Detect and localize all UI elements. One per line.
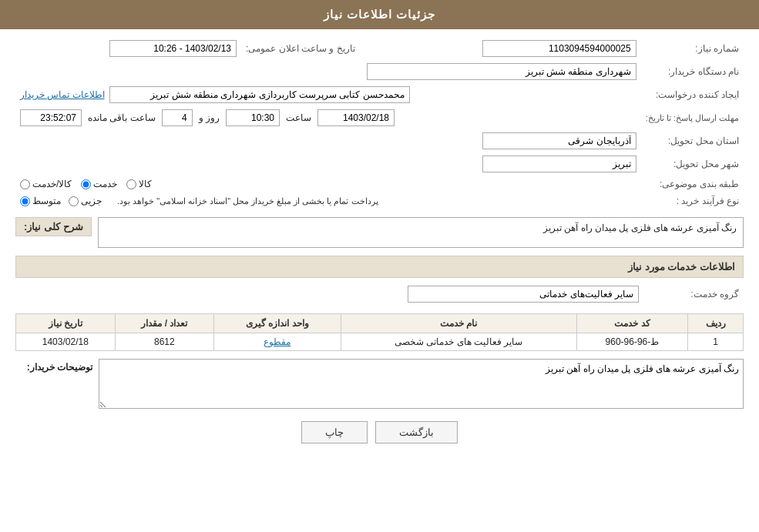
col-code: کد خدمت (576, 314, 688, 333)
back-button[interactable]: بازگشت (375, 421, 458, 443)
buyer-org-input[interactable] (367, 63, 636, 80)
page-title: جزئیات اطلاعات نیاز (324, 8, 435, 21)
purchase-type-option-motawaset: متوسط (20, 196, 61, 206)
category-cell: کالا/خدمت خدمت کالا (15, 176, 641, 192)
announcement-date-label: تاریخ و ساعت اعلان عمومی: (241, 37, 371, 60)
description-box: رنگ آمیزی عرشه های فلزی پل میدان راه آهن… (98, 217, 744, 248)
service-group-input[interactable] (408, 286, 639, 303)
purchase-type-note: پرداخت تمام یا بخشی از مبلغ خریداز محل "… (117, 196, 378, 206)
service-group-table: گروه خدمت: (15, 283, 744, 306)
purchase-type-label: نوع فرآیند خرید : (641, 192, 744, 209)
category-label-kala: کالا (139, 179, 152, 189)
delivery-city-label: شهر محل تحویل: (641, 152, 744, 176)
category-label-khedmat: خدمت (93, 179, 117, 189)
category-option-kala-khedmat: کالا/خدمت (20, 179, 72, 189)
buyer-desc-textarea[interactable] (99, 359, 744, 409)
category-option-khedmat: خدمت (81, 179, 117, 189)
page-wrapper: جزئیات اطلاعات نیاز شماره نیاز: تاریخ و … (0, 0, 759, 532)
delivery-province-input[interactable] (482, 132, 636, 149)
service-group-cell (15, 283, 643, 306)
cell-row-num: 1 (688, 333, 744, 351)
cell-name: سایر فعالیت های خدماتی شخصی (341, 333, 576, 351)
col-name: نام خدمت (341, 314, 576, 333)
reply-time-label: ساعت (286, 112, 311, 123)
purchase-type-radio-motawaset[interactable] (20, 196, 30, 206)
buyer-org-cell (15, 60, 641, 83)
need-number-label: شماره نیاز: (641, 37, 744, 60)
buttons-row: بازگشت چاپ (15, 421, 744, 443)
description-value: رنگ آمیزی عرشه های فلزی پل میدان راه آهن… (543, 223, 737, 233)
reply-time-input[interactable] (226, 109, 280, 126)
cell-code: ط-96-96-960 (576, 333, 688, 351)
need-number-input[interactable] (482, 40, 636, 57)
form-table-top: شماره نیاز: تاریخ و ساعت اعلان عمومی: نا… (15, 37, 744, 209)
reply-remaining-label: ساعت باقی مانده (88, 112, 156, 123)
category-radio-kala[interactable] (126, 179, 136, 189)
reply-deadline-cell: ساعت باقی مانده روز و ساعت (15, 106, 641, 129)
purchase-type-option-jozi: جزیی (69, 196, 102, 206)
description-section: شرح کلی نیاز: رنگ آمیزی عرشه های فلزی پل… (15, 217, 744, 249)
delivery-city-cell (15, 152, 641, 176)
buyer-desc-section: توضیحات خریدار: (15, 359, 744, 409)
purchase-type-radio-jozi[interactable] (69, 196, 79, 206)
cell-unit[interactable]: مقطوع (214, 333, 341, 351)
description-label: شرح کلی نیاز: (15, 217, 92, 236)
cell-qty: 8612 (115, 333, 213, 351)
requester-cell: اطلاعات تماس خریدار (15, 83, 641, 106)
col-row-num: ردیف (688, 314, 744, 333)
reply-date-input[interactable] (317, 109, 395, 126)
reply-days-label: روز و (199, 112, 220, 123)
need-number-cell (371, 37, 641, 60)
col-qty: تعداد / مقدار (115, 314, 213, 333)
cell-date: 1403/02/18 (16, 333, 116, 351)
contact-link[interactable]: اطلاعات تماس خریدار (20, 89, 105, 100)
announcement-date-cell (15, 37, 241, 60)
delivery-province-label: استان محل تحویل: (641, 129, 744, 152)
delivery-city-input[interactable] (482, 156, 636, 172)
category-label-kala-khedmat: کالا/خدمت (32, 179, 72, 189)
services-table: ردیف کد خدمت نام خدمت واحد اندازه گیری ت… (15, 313, 744, 351)
table-row: 1 ط-96-96-960 سایر فعالیت های خدماتی شخص… (16, 333, 744, 351)
col-date: تاریخ نیاز (16, 314, 116, 333)
purchase-type-cell: متوسط جزیی پرداخت تمام یا بخشی از مبلغ خ… (15, 192, 641, 209)
category-label: طبقه بندی موضوعی: (641, 176, 744, 192)
purchase-type-label-jozi: جزیی (81, 196, 102, 206)
purchase-type-label-motawaset: متوسط (32, 196, 61, 206)
service-group-label: گروه خدمت: (643, 283, 744, 306)
services-section-title: اطلاعات خدمات مورد نیاز (15, 256, 744, 278)
buyer-desc-label: توضیحات خریدار: (15, 359, 92, 373)
col-unit: واحد اندازه گیری (214, 314, 341, 333)
print-button[interactable]: چاپ (301, 421, 368, 443)
category-radio-kala-khedmat[interactable] (20, 179, 30, 189)
delivery-province-cell (15, 129, 641, 152)
reply-remaining-input[interactable] (20, 109, 82, 126)
requester-input[interactable] (109, 86, 410, 103)
category-option-kala: کالا (126, 179, 152, 189)
reply-days-input[interactable] (162, 109, 193, 126)
requester-label: ایجاد کننده درخواست: (641, 83, 744, 106)
announcement-date-input[interactable] (109, 40, 237, 57)
category-radio-khedmat[interactable] (81, 179, 91, 189)
page-header: جزئیات اطلاعات نیاز (0, 0, 759, 29)
main-content: شماره نیاز: تاریخ و ساعت اعلان عمومی: نا… (0, 29, 759, 459)
buyer-org-label: نام دستگاه خریدار: (641, 60, 744, 83)
reply-deadline-label: مهلت ارسال پاسخ: تا تاریخ: (641, 106, 744, 129)
